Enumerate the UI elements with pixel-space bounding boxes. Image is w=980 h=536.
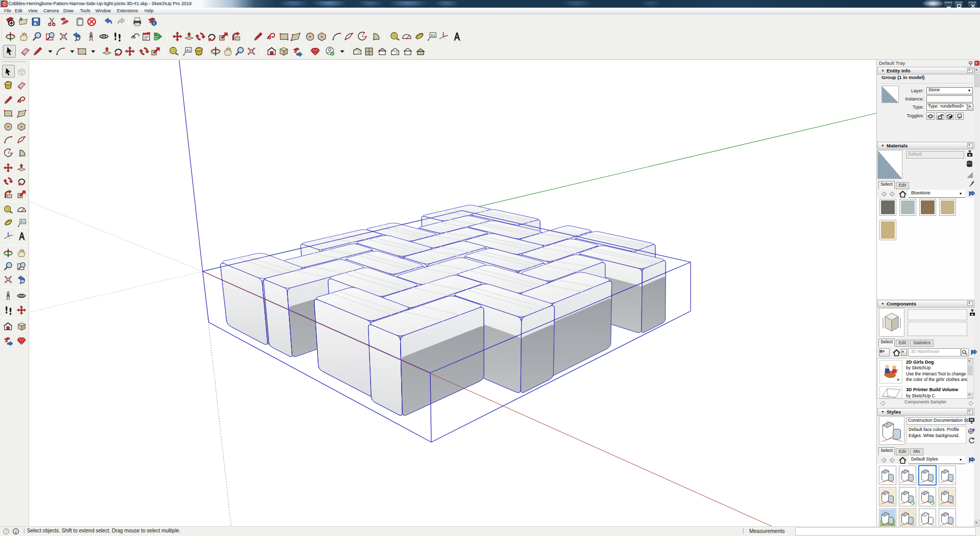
svg-text:i: i [15, 529, 17, 534]
svg-text:?: ? [5, 529, 8, 534]
